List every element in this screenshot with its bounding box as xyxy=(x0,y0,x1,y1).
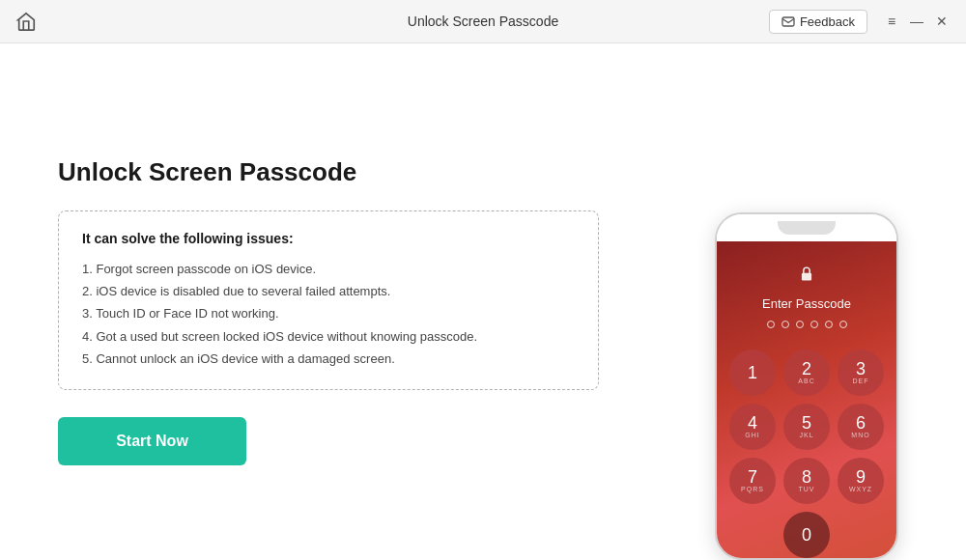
menu-button[interactable]: ≡ xyxy=(883,13,900,30)
dot-4 xyxy=(810,321,818,328)
titlebar-right: Feedback ≡ — ✕ xyxy=(769,10,951,34)
close-button[interactable]: ✕ xyxy=(933,13,951,30)
list-item: 2. iOS device is disabled due to several… xyxy=(82,280,575,302)
mail-icon xyxy=(781,16,795,27)
issues-box: It can solve the following issues: 1. Fo… xyxy=(58,210,599,391)
left-panel: Unlock Screen Passcode It can solve the … xyxy=(58,138,599,466)
numpad-btn-8[interactable]: 8TUV xyxy=(783,458,830,504)
lock-icon xyxy=(792,265,821,283)
list-item: 5. Cannot unlock an iOS device with a da… xyxy=(82,348,575,370)
list-item: 1. Forgot screen passcode on iOS device. xyxy=(82,258,575,280)
start-now-button[interactable]: Start Now xyxy=(58,417,246,465)
dot-6 xyxy=(839,321,847,328)
numpad-btn-1[interactable]: 1 xyxy=(729,350,776,396)
window-controls: ≡ — ✕ xyxy=(883,13,951,30)
dot-3 xyxy=(796,321,804,328)
enter-passcode-text: Enter Passcode xyxy=(762,296,851,311)
list-item: 4. Got a used but screen locked iOS devi… xyxy=(82,325,575,348)
home-icon[interactable] xyxy=(15,11,37,32)
numpad-btn-4[interactable]: 4GHI xyxy=(729,404,776,450)
minimize-button[interactable]: — xyxy=(908,13,925,30)
numpad: 12ABC3DEF4GHI5JKL6MNO7PQRS8TUV9WXYZ0 xyxy=(729,350,884,558)
numpad-btn-6[interactable]: 6MNO xyxy=(838,404,884,450)
app-title: Unlock Screen Passcode xyxy=(408,14,558,29)
passcode-dots xyxy=(767,321,847,328)
svg-rect-0 xyxy=(782,17,794,26)
phone-notch-area xyxy=(717,214,896,241)
svg-rect-1 xyxy=(802,273,811,281)
numpad-btn-9[interactable]: 9WXYZ xyxy=(838,458,884,504)
numpad-btn-2[interactable]: 2ABC xyxy=(783,350,830,396)
numpad-empty-0 xyxy=(729,512,776,558)
phone-mockup: Enter Passcode 12ABC3DEF4GHI5JKL6MNO7PQR… xyxy=(715,212,898,560)
main-content: Unlock Screen Passcode It can solve the … xyxy=(0,43,966,560)
phone-notch xyxy=(778,221,836,235)
phone-screen: Enter Passcode 12ABC3DEF4GHI5JKL6MNO7PQR… xyxy=(717,241,896,558)
feedback-button[interactable]: Feedback xyxy=(769,10,867,34)
dot-5 xyxy=(825,321,833,328)
list-item: 3. Touch ID or Face ID not working. xyxy=(82,302,575,324)
dot-2 xyxy=(781,321,789,328)
titlebar-left xyxy=(15,11,37,32)
numpad-btn-5[interactable]: 5JKL xyxy=(783,404,830,450)
titlebar: Unlock Screen Passcode Feedback ≡ — ✕ xyxy=(0,0,966,43)
numpad-btn-0[interactable]: 0 xyxy=(783,512,830,558)
numpad-btn-7[interactable]: 7PQRS xyxy=(729,458,776,504)
numpad-btn-3[interactable]: 3DEF xyxy=(838,350,884,396)
issues-header: It can solve the following issues: xyxy=(82,231,575,246)
dot-1 xyxy=(767,321,775,328)
page-title: Unlock Screen Passcode xyxy=(58,157,599,187)
right-panel: Enter Passcode 12ABC3DEF4GHI5JKL6MNO7PQR… xyxy=(705,212,908,560)
numpad-empty-2 xyxy=(838,512,884,558)
issues-list: 1. Forgot screen passcode on iOS device.… xyxy=(82,258,575,371)
